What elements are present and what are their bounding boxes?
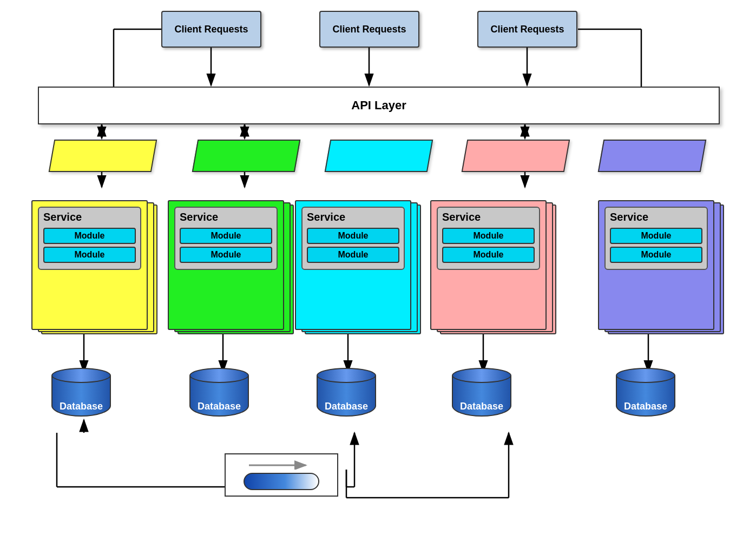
- database-2: Database: [189, 368, 249, 417]
- module-5b: Module: [610, 247, 702, 263]
- service-label-3: Service: [307, 211, 399, 223]
- module-2b: Module: [180, 247, 272, 263]
- diagram-container: Client Requests Client Requests Client R…: [0, 0, 756, 548]
- para-green: [192, 140, 301, 172]
- para-purple: [598, 140, 707, 172]
- module-3b: Module: [307, 247, 399, 263]
- database-1: Database: [51, 368, 111, 417]
- client-request-1: Client Requests: [161, 11, 261, 48]
- module-3a: Module: [307, 228, 399, 244]
- service-label-1: Service: [43, 211, 136, 223]
- module-5a: Module: [610, 228, 702, 244]
- client-request-3: Client Requests: [477, 11, 577, 48]
- para-pink: [462, 140, 570, 172]
- module-1b: Module: [43, 247, 136, 263]
- queue-arrow-svg: [249, 460, 314, 470]
- message-queue: [225, 453, 338, 497]
- para-yellow: [49, 140, 157, 172]
- database-5: Database: [616, 368, 675, 417]
- module-1a: Module: [43, 228, 136, 244]
- database-4: Database: [452, 368, 511, 417]
- service-label-4: Service: [442, 211, 535, 223]
- module-4a: Module: [442, 228, 535, 244]
- api-layer: API Layer: [38, 87, 720, 124]
- module-2a: Module: [180, 228, 272, 244]
- para-cyan: [325, 140, 433, 172]
- database-3: Database: [317, 368, 376, 417]
- service-label-2: Service: [180, 211, 272, 223]
- module-4b: Module: [442, 247, 535, 263]
- queue-pill: [244, 473, 319, 490]
- client-request-2: Client Requests: [319, 11, 419, 48]
- service-label-5: Service: [610, 211, 702, 223]
